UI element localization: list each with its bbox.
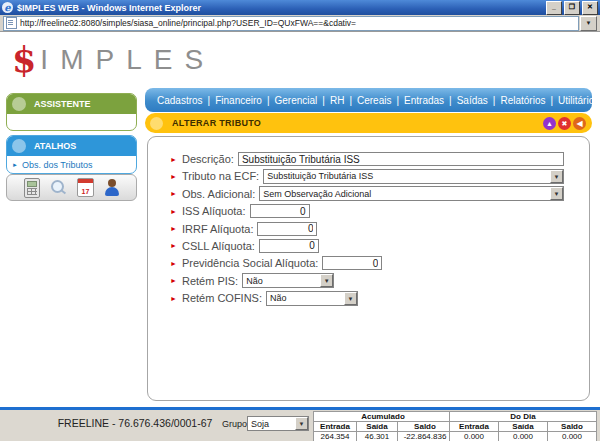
- menu-item-cereais[interactable]: Cereais: [357, 95, 404, 106]
- scroll-top-button[interactable]: ▲: [543, 117, 556, 130]
- company-label: FREELINE - 76.676.436/0001-67: [55, 417, 215, 429]
- retem-cofins-select[interactable]: Não ▼: [266, 291, 358, 306]
- calendar-day: 17: [78, 188, 93, 195]
- page-toolbar: ALTERAR TRIBUTO ▲ ✖ ◀: [145, 113, 592, 133]
- assistente-body: [7, 114, 136, 130]
- do-dia-saldo-value: 0.000: [548, 432, 597, 441]
- browser-window: e $IMPLES WEB - Windows Internet Explore…: [0, 0, 600, 441]
- field-bullet-icon: [170, 208, 177, 215]
- field-bullet-icon: [170, 173, 177, 180]
- retem-pis-label: Retém PIS:: [182, 275, 238, 287]
- obs-adicional-select[interactable]: Sem Observação Adicional ▼: [259, 186, 564, 201]
- acumulado-entrada-value: 264.354: [314, 432, 357, 441]
- csll-aliquota-label: CSLL Alíquota:: [182, 240, 255, 252]
- menu-item-relatorios[interactable]: Relatórios: [500, 95, 558, 106]
- close-button[interactable]: ✕: [582, 1, 598, 15]
- form-row-retem-cofins: Retém COFINS: Não ▼: [170, 291, 564, 305]
- field-bullet-icon: [170, 295, 177, 302]
- menu-item-saidas[interactable]: Saídas: [457, 95, 501, 106]
- form-row-iss: ISS Alíquota:: [170, 204, 564, 218]
- close-page-button[interactable]: ✖: [558, 117, 571, 130]
- field-bullet-icon: [170, 156, 177, 163]
- menu-item-rh[interactable]: RH: [330, 95, 357, 106]
- form-row-tributo-ecf: Tributo na ECF: Substituição Tributária …: [170, 169, 564, 183]
- descricao-input[interactable]: [238, 152, 564, 166]
- logo-name: IMPLES: [40, 46, 215, 74]
- grupo-label: Grupo:: [222, 419, 250, 429]
- do-dia-header-saida: Saída: [499, 422, 548, 432]
- address-input[interactable]: http://freeline02:8080/simples/siasa_onl…: [3, 16, 579, 31]
- irrf-aliquota-input[interactable]: [257, 222, 317, 236]
- window-title: $IMPLES WEB - Windows Internet Explorer: [17, 3, 544, 13]
- calendar-icon[interactable]: 17: [77, 178, 94, 197]
- user-icon[interactable]: [105, 179, 119, 197]
- menu-item-entradas[interactable]: Entradas: [404, 95, 457, 106]
- menu-item-utilitarios[interactable]: Utilitários: [558, 95, 600, 106]
- simples-logo: $ IMPLES: [12, 42, 215, 77]
- chevron-down-icon: ▼: [295, 417, 308, 430]
- atalhos-body: ► Obs. dos Tributos: [7, 156, 136, 173]
- tributo-ecf-label: Tributo na ECF:: [182, 170, 259, 182]
- search-icon[interactable]: [51, 180, 66, 196]
- field-bullet-icon: [170, 260, 177, 267]
- logo-dollar-sign: $: [12, 42, 36, 77]
- do-dia-title: Do Dia: [450, 412, 597, 422]
- minimize-button[interactable]: _: [546, 1, 562, 15]
- arrow-right-icon: ►: [12, 162, 18, 168]
- address-dropdown-button[interactable]: ▼: [580, 16, 597, 31]
- retem-pis-select[interactable]: Não ▼: [242, 273, 334, 288]
- page-title: ALTERAR TRIBUTO: [172, 118, 541, 128]
- sidebar-item-label: Obs. dos Tributos: [22, 160, 93, 170]
- iss-aliquota-label: ISS Alíquota:: [182, 205, 246, 217]
- acumulado-header-entrada: Entrada: [314, 422, 357, 432]
- chevron-down-icon: ▼: [344, 292, 357, 305]
- form-row-irrf: IRRF Alíquota:: [170, 222, 564, 236]
- assistente-panel: ASSISTENTE: [6, 93, 137, 131]
- form-row-previdencia: Previdência Social Alíquota:: [170, 256, 564, 270]
- page-icon: [6, 17, 17, 29]
- menu-item-cadastros[interactable]: Cadastros: [157, 95, 215, 106]
- previdencia-aliquota-input[interactable]: [322, 256, 382, 270]
- calculator-icon[interactable]: [24, 178, 40, 198]
- acumulado-header-saldo: Saldo: [398, 422, 453, 432]
- chevron-down-icon: ▼: [550, 170, 563, 183]
- back-button[interactable]: ◀: [573, 117, 586, 130]
- retem-cofins-value: Não: [267, 293, 344, 303]
- csll-aliquota-input[interactable]: [259, 239, 319, 253]
- do-dia-header-saldo: Saldo: [548, 422, 597, 432]
- iss-aliquota-input[interactable]: [250, 204, 310, 218]
- acumulado-header-saida: Saída: [357, 422, 398, 432]
- do-dia-table: Do Dia Entrada Saída Saldo 0.000 0.000 0…: [449, 411, 597, 441]
- retem-pis-value: Não: [243, 276, 320, 286]
- field-bullet-icon: [170, 225, 177, 232]
- internet-explorer-icon: e: [2, 2, 13, 13]
- acumulado-table: Acumulado Entrada Saída Saldo 264.354 46…: [313, 411, 453, 441]
- grupo-select[interactable]: Soja ▼: [247, 416, 309, 431]
- acumulado-saida-value: 46.301: [357, 432, 398, 441]
- previdencia-aliquota-label: Previdência Social Alíquota:: [182, 257, 318, 269]
- form-row-retem-pis: Retém PIS: Não ▼: [170, 274, 564, 288]
- atalhos-title: ATALHOS: [34, 141, 76, 151]
- tributo-ecf-value: Substituição Tributária ISS: [264, 171, 550, 181]
- do-dia-header-entrada: Entrada: [450, 422, 499, 432]
- chevron-down-icon: ▼: [320, 274, 333, 287]
- obs-adicional-value: Sem Observação Adicional: [260, 189, 550, 199]
- tributo-ecf-select[interactable]: Substituição Tributária ISS ▼: [263, 169, 564, 184]
- assistente-title: ASSISTENTE: [34, 99, 91, 109]
- assistente-header[interactable]: ASSISTENTE: [7, 94, 136, 114]
- field-bullet-icon: [170, 190, 177, 197]
- chevron-down-icon: ▼: [550, 187, 563, 200]
- title-bar: e $IMPLES WEB - Windows Internet Explore…: [0, 0, 600, 15]
- form-row-csll: CSLL Alíquota:: [170, 239, 564, 253]
- menu-item-gerencial[interactable]: Gerencial: [275, 95, 330, 106]
- maximize-button[interactable]: ❐: [564, 1, 580, 15]
- retem-cofins-label: Retém COFINS:: [182, 292, 262, 304]
- atalhos-header[interactable]: ATALHOS: [7, 136, 136, 156]
- obs-adicional-label: Obs. Adicional:: [182, 188, 255, 200]
- sidebar-item-obs-dos-tributos[interactable]: ► Obs. dos Tributos: [12, 160, 93, 170]
- acumulado-saldo-value: -22.864.836: [398, 432, 453, 441]
- menu-item-financeiro[interactable]: Financeiro: [215, 95, 274, 106]
- do-dia-entrada-value: 0.000: [450, 432, 499, 441]
- field-bullet-icon: [170, 277, 177, 284]
- field-bullet-icon: [170, 242, 177, 249]
